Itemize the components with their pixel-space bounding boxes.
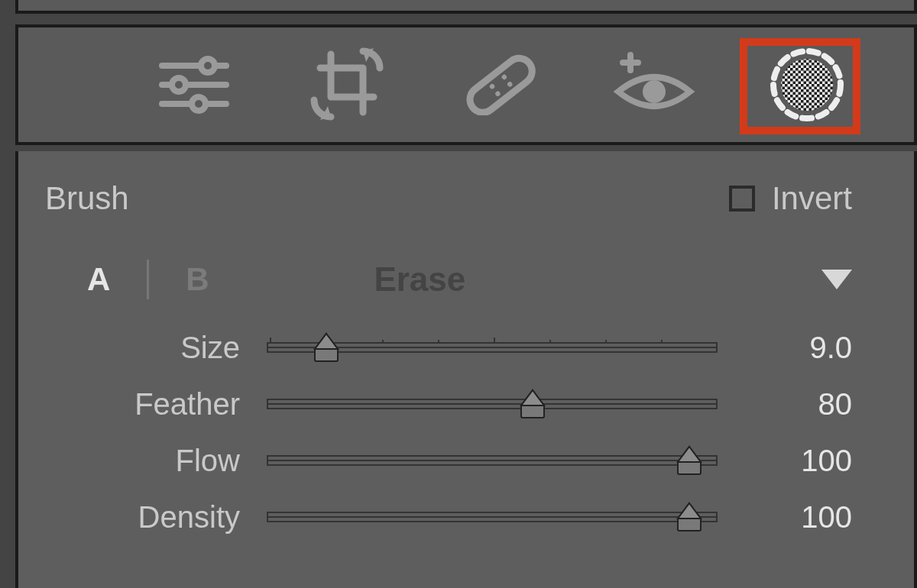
feather-slider[interactable] [267, 399, 718, 409]
tool-strip [15, 24, 917, 145]
invert-checkbox[interactable] [729, 186, 755, 212]
feather-label: Feather [45, 387, 267, 422]
mode-separator [147, 260, 149, 299]
panel-border-top [15, 0, 917, 14]
feather-slider-thumb[interactable] [520, 389, 546, 419]
svg-point-11 [643, 80, 666, 103]
erase-mode[interactable]: Erase [374, 260, 656, 299]
masking-icon [769, 47, 845, 123]
svg-point-17 [781, 59, 833, 111]
svg-point-5 [192, 97, 206, 111]
brush-panel: Brush Invert A B Erase Size [15, 151, 917, 588]
flow-label: Flow [45, 444, 267, 478]
size-value[interactable]: 9.0 [718, 331, 872, 365]
disclosure-triangle-icon[interactable] [821, 270, 852, 289]
crop-rotate-icon [309, 47, 386, 123]
size-label: Size [45, 331, 267, 365]
size-slider[interactable] [267, 342, 718, 353]
redeye-tool-button[interactable] [608, 52, 700, 118]
invert-label: Invert [772, 180, 852, 217]
edit-tool-button[interactable] [148, 55, 240, 115]
density-slider[interactable] [267, 512, 718, 522]
masking-tool-button[interactable] [761, 47, 853, 123]
flow-value[interactable]: 100 [718, 444, 872, 478]
crop-tool-button[interactable] [302, 47, 394, 123]
bandage-icon [458, 54, 543, 115]
svg-point-10 [507, 81, 514, 88]
feather-value[interactable]: 80 [718, 387, 872, 422]
svg-rect-6 [465, 54, 537, 115]
density-slider-thumb[interactable] [676, 502, 702, 532]
flow-slider-thumb[interactable] [676, 445, 702, 476]
size-slider-thumb[interactable] [313, 332, 339, 363]
density-label: Density [45, 500, 267, 535]
flow-slider[interactable] [267, 455, 718, 466]
redeye-icon [612, 52, 696, 118]
sliders-icon [157, 55, 231, 115]
svg-point-1 [201, 59, 215, 73]
brush-sliders: Size 9.0 Feather 80 [45, 319, 872, 545]
svg-point-9 [494, 90, 501, 97]
panel-title: Brush [45, 180, 129, 217]
svg-point-7 [489, 83, 496, 90]
heal-tool-button[interactable] [455, 54, 546, 115]
brush-mode-b[interactable]: B [186, 261, 209, 298]
svg-point-3 [172, 78, 186, 92]
density-value[interactable]: 100 [718, 500, 872, 535]
svg-point-8 [501, 73, 507, 80]
brush-mode-a[interactable]: A [87, 261, 110, 298]
